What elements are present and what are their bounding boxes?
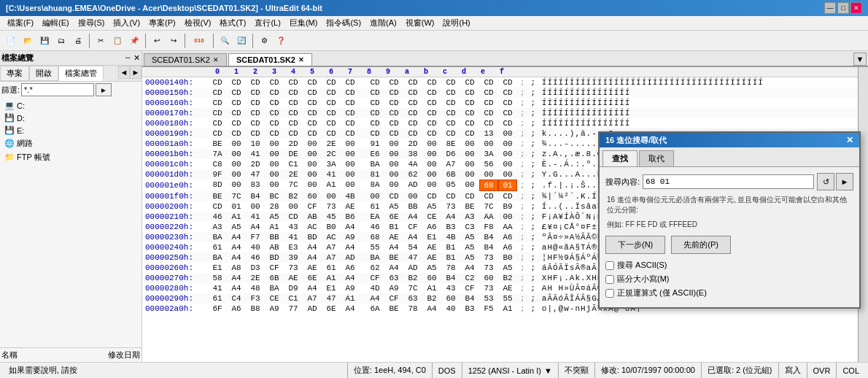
hex-byte[interactable]: A7 — [322, 242, 341, 252]
hex-byte[interactable]: CD — [403, 77, 422, 88]
dialog-close-button[interactable]: ✕ — [846, 135, 853, 145]
tab-close-icon[interactable]: ✕ — [298, 56, 304, 63]
hex-byte[interactable]: AD — [403, 180, 422, 191]
hex-byte[interactable]: A4 — [341, 242, 360, 252]
hex-byte[interactable]: 00 — [384, 169, 403, 180]
hex-byte[interactable]: A4 — [246, 222, 265, 232]
status-encoding-dropdown[interactable]: ▼ — [544, 366, 552, 375]
hex-byte[interactable]: EA — [365, 212, 384, 222]
hex-row-bytes[interactable]: CD01002800CF73AE 61A5BBA573BE7CB9 — [208, 201, 517, 212]
hex-row-bytes[interactable]: 7A004100DE002C00 E6003800D6003A00 — [208, 149, 517, 159]
hex-byte[interactable]: 60 — [479, 273, 498, 283]
hex-byte[interactable]: B0 — [498, 252, 517, 263]
hex-byte[interactable]: E3 — [284, 242, 303, 252]
minimize-button[interactable]: — — [824, 2, 836, 14]
hex-byte[interactable]: 9F — [208, 169, 227, 180]
hex-byte[interactable]: 78 — [441, 263, 460, 273]
sidebar-float-btn[interactable]: ► — [130, 66, 142, 79]
hex-byte[interactable]: CD — [322, 88, 341, 98]
hex-byte[interactable]: AA — [479, 212, 498, 222]
hex-byte[interactable]: A1 — [322, 180, 341, 191]
hex-byte[interactable]: B8 — [246, 304, 265, 314]
hex-byte[interactable]: CD — [303, 108, 322, 118]
hex-byte[interactable]: CD — [384, 108, 403, 118]
hex-byte[interactable]: 60 — [422, 273, 441, 283]
hex-byte[interactable]: 60 — [303, 191, 322, 201]
sidebar-tab-filebrowser[interactable]: 檔案總管 — [58, 66, 104, 81]
menu-item-m[interactable]: 巨集(M) — [285, 16, 322, 30]
dialog-prev-button[interactable]: 先前的(P) — [671, 236, 731, 254]
hex-byte[interactable]: 00 — [498, 212, 517, 222]
hex-byte[interactable]: 28 — [265, 201, 284, 212]
hex-byte[interactable]: 00 — [498, 128, 517, 139]
hex-byte[interactable]: 01 — [227, 201, 246, 212]
hex-byte[interactable]: 2D — [403, 139, 422, 149]
hex-byte[interactable]: 00 — [460, 159, 479, 169]
hex-byte[interactable]: BE — [384, 304, 403, 314]
hex-byte[interactable]: 3A — [322, 159, 341, 169]
menu-item-l[interactable]: 直行(L) — [250, 16, 284, 30]
hex-byte[interactable]: CD — [341, 128, 360, 139]
hex-byte[interactable]: A1 — [422, 283, 441, 293]
hex-byte[interactable]: CD — [265, 77, 284, 88]
hex-row-bytes[interactable]: 46A141A5CDAB45B6 EA6EA4CEA4A3AA00 — [208, 212, 517, 222]
hex-byte[interactable]: C4 — [227, 293, 246, 304]
hex-byte[interactable]: 58 — [208, 273, 227, 283]
toolbar-print[interactable]: 🖨 — [70, 33, 86, 49]
hex-row-bytes[interactable]: CDCDCDCDCDCDCDCD CDCDCDCDCDCD1300 — [208, 128, 517, 139]
hex-byte[interactable]: 43 — [284, 222, 303, 232]
hex-byte[interactable]: A5 — [422, 201, 441, 212]
hex-byte[interactable]: CD — [403, 98, 422, 108]
hex-byte[interactable]: A6 — [422, 222, 441, 232]
hex-byte[interactable]: 7C — [479, 201, 498, 212]
hex-byte[interactable]: 01 — [498, 180, 517, 191]
hex-byte[interactable]: A1 — [498, 304, 517, 314]
hex-byte[interactable]: AD — [403, 263, 422, 273]
hex-byte[interactable]: AD — [303, 304, 322, 314]
hex-byte[interactable]: 00 — [265, 169, 284, 180]
dialog-tab-[interactable]: 取代 — [639, 150, 674, 166]
hex-byte[interactable]: A5 — [460, 252, 479, 263]
hex-byte[interactable]: B1 — [384, 222, 403, 232]
dialog-search-input[interactable] — [643, 174, 814, 189]
hex-byte[interactable]: CD — [227, 108, 246, 118]
hex-byte[interactable]: A1 — [322, 273, 341, 283]
hex-byte[interactable]: A4 — [384, 263, 403, 273]
hex-byte[interactable]: 00 — [479, 139, 498, 149]
hex-byte[interactable]: 46 — [365, 222, 384, 232]
hex-byte[interactable]: B3 — [460, 304, 479, 314]
hex-byte[interactable]: BA — [208, 232, 227, 242]
hex-byte[interactable]: A4 — [227, 232, 246, 242]
hex-byte[interactable]: CD — [246, 128, 265, 139]
hex-byte[interactable]: BA — [365, 252, 384, 263]
hex-byte[interactable]: A3 — [460, 212, 479, 222]
hex-byte[interactable]: 00 — [341, 180, 360, 191]
hex-byte[interactable]: AC — [303, 222, 322, 232]
toolbar-new[interactable]: 📄 — [3, 33, 19, 49]
menu-item-t[interactable]: 格式(T) — [215, 16, 250, 30]
hex-row-bytes[interactable]: BE0010002D002E00 91002D008E000000 — [208, 139, 517, 149]
hex-byte[interactable]: CD — [441, 77, 460, 88]
toolbar-help[interactable]: ❓ — [273, 33, 289, 49]
hex-byte[interactable]: AC — [322, 232, 341, 242]
hex-byte[interactable]: BE — [208, 139, 227, 149]
hex-byte[interactable]: A7 — [441, 159, 460, 169]
hex-byte[interactable]: B2 — [498, 273, 517, 283]
menu-item-s[interactable]: 搜尋(S) — [74, 16, 109, 30]
hex-byte[interactable]: CE — [265, 293, 284, 304]
hex-byte[interactable]: A4 — [303, 283, 322, 293]
hex-byte[interactable]: 6E — [384, 212, 403, 222]
hex-byte[interactable]: A4 — [227, 283, 246, 293]
hex-byte[interactable]: A6 — [227, 304, 246, 314]
menu-item-e[interactable]: 編輯(E) — [38, 16, 74, 30]
hex-byte[interactable]: A6 — [498, 232, 517, 242]
hex-byte[interactable]: DE — [284, 149, 303, 159]
hex-byte[interactable]: CD — [303, 118, 322, 128]
hex-byte[interactable]: CD — [460, 128, 479, 139]
hex-byte[interactable]: CD — [441, 98, 460, 108]
menu-item-p[interactable]: 專案(P) — [144, 16, 180, 30]
hex-byte[interactable]: CD — [384, 118, 403, 128]
hex-byte[interactable]: CD — [303, 77, 322, 88]
hex-byte[interactable]: CD — [498, 88, 517, 98]
hex-byte[interactable]: CD — [208, 98, 227, 108]
